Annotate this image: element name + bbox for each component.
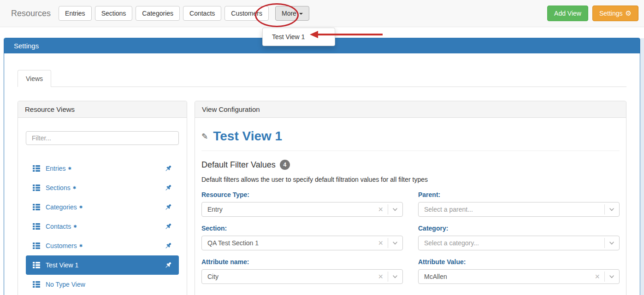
pin-icon[interactable] — [165, 165, 172, 172]
settings-button[interactable]: Settings⚙ — [592, 6, 638, 21]
list-item-contacts[interactable]: Contacts ✱ — [26, 217, 179, 236]
field-label: Resource Type: — [201, 191, 403, 198]
pin-icon[interactable] — [165, 203, 172, 211]
resource-views-panel: Resource Views Entries ✱ Sections — [18, 101, 187, 295]
pin-icon[interactable] — [165, 184, 172, 191]
divider — [604, 238, 605, 248]
section-select[interactable]: QA Test Section 1 × — [201, 236, 403, 250]
nav-button-categories[interactable]: Categories — [136, 6, 180, 21]
default-filters-form: Resource Type: Entry × Parent: S — [201, 191, 620, 284]
list-item-test-view-1[interactable]: Test View 1 — [26, 255, 179, 275]
list-item-label: Sections — [46, 184, 71, 191]
filter-input[interactable] — [26, 131, 179, 145]
list-item-label: Customers — [46, 242, 77, 249]
view-configuration-body: ✎ Test View 1 Default Filter Values 4 De… — [195, 118, 626, 295]
dropdown-item-test-view-1[interactable]: Test View 1 — [263, 30, 335, 43]
attribute-value-select[interactable]: McAllen × — [418, 269, 620, 284]
list-item-sections[interactable]: Sections ✱ — [26, 178, 179, 197]
select-value: QA Test Section 1 — [202, 239, 375, 247]
list-item-no-type-view[interactable]: No Type View — [26, 275, 179, 294]
chevron-down-icon[interactable] — [609, 240, 615, 246]
clear-icon[interactable]: × — [375, 205, 386, 214]
settings-panel-body: Views Resource Views Entries ✱ — [4, 53, 640, 295]
field-section: Section: QA Test Section 1 × — [201, 225, 403, 250]
select-placeholder: Select a parent... — [419, 206, 603, 213]
select-value: Entry — [202, 206, 375, 213]
divider — [604, 204, 605, 214]
caret-down-icon — [299, 13, 303, 15]
list-item-customers[interactable]: Customers ✱ — [26, 236, 179, 255]
scrollbar-track[interactable] — [641, 38, 644, 295]
content-row: Resource Views Entries ✱ Sections — [18, 101, 626, 295]
chevron-down-icon[interactable] — [392, 273, 398, 280]
top-navbar: Resources Entries Sections Categories Co… — [0, 0, 644, 27]
filter-count-badge: 4 — [280, 160, 290, 170]
field-resource-type: Resource Type: Entry × — [201, 191, 403, 217]
list-item-entries[interactable]: Entries ✱ — [26, 159, 179, 178]
pin-icon[interactable] — [165, 223, 172, 230]
tab-views[interactable]: Views — [18, 70, 51, 87]
clear-icon[interactable]: × — [375, 272, 386, 281]
category-select[interactable]: Select a category... — [418, 236, 620, 250]
nav-button-sections[interactable]: Sections — [95, 6, 133, 21]
asterisk-marker-icon: ✱ — [73, 185, 77, 190]
th-list-icon — [33, 185, 40, 191]
divider — [388, 272, 388, 282]
resource-views-panel-title: Resource Views — [18, 101, 187, 118]
view-name-heading: Test View 1 — [213, 129, 282, 144]
field-attribute-value: Attribute Value: McAllen × — [418, 258, 620, 284]
th-list-icon — [33, 281, 40, 288]
tab-bar: Views — [18, 70, 626, 87]
field-label: Category: — [418, 225, 620, 232]
more-dropdown-menu: Test View 1 — [262, 28, 335, 46]
list-item-label: Contacts — [46, 223, 71, 230]
chevron-down-icon[interactable] — [609, 273, 615, 280]
resource-type-select[interactable]: Entry × — [201, 202, 403, 217]
select-placeholder: Select a category... — [419, 239, 603, 247]
th-list-icon — [33, 243, 40, 249]
pin-icon[interactable] — [165, 242, 172, 249]
add-view-button[interactable]: Add View — [547, 6, 588, 21]
default-filters-header: Default Filter Values 4 — [201, 160, 620, 170]
view-configuration-panel: View Configuration ✎ Test View 1 Default… — [195, 101, 626, 295]
app-brand[interactable]: Resources — [11, 9, 51, 18]
chevron-down-icon[interactable] — [392, 240, 398, 246]
asterisk-marker-icon: ✱ — [79, 205, 83, 209]
default-filters-description: Default filters allows the user to speci… — [201, 176, 620, 183]
field-label: Attribute Value: — [418, 258, 620, 266]
list-item-label: Categories — [46, 203, 77, 211]
field-label: Parent: — [418, 191, 620, 198]
asterisk-marker-icon: ✱ — [79, 243, 83, 248]
field-category: Category: Select a category... — [418, 225, 620, 250]
list-item-label: No Type View — [46, 281, 85, 288]
settings-button-label: Settings — [599, 10, 623, 17]
parent-select[interactable]: Select a parent... — [418, 202, 620, 217]
nav-button-entries[interactable]: Entries — [59, 6, 92, 21]
nav-button-customers[interactable]: Customers — [225, 6, 269, 21]
list-item-label: Entries — [46, 165, 66, 172]
edit-pencil-icon[interactable]: ✎ — [201, 132, 208, 141]
select-value: City — [202, 273, 375, 280]
list-item-categories[interactable]: Categories ✱ — [26, 197, 179, 217]
chevron-down-icon[interactable] — [392, 206, 398, 213]
list-item-label: Test View 1 — [46, 261, 78, 269]
resource-views-list: Entries ✱ Sections ✱ Categorie — [26, 159, 179, 294]
resource-views-body: Entries ✱ Sections ✱ Categorie — [18, 118, 187, 295]
th-list-icon — [33, 204, 40, 210]
pin-icon[interactable] — [165, 261, 172, 269]
attribute-name-select[interactable]: City × — [201, 269, 403, 284]
nav-button-contacts[interactable]: Contacts — [183, 6, 221, 21]
th-list-icon — [33, 262, 40, 268]
clear-icon[interactable]: × — [375, 239, 386, 247]
clear-icon[interactable]: × — [592, 272, 603, 281]
divider — [388, 204, 388, 214]
more-dropdown-button[interactable]: More — [275, 6, 309, 21]
divider — [201, 150, 620, 151]
view-configuration-panel-title: View Configuration — [195, 101, 626, 118]
settings-panel: Settings Views Resource Views Entries ✱ — [4, 38, 640, 295]
chevron-down-icon[interactable] — [609, 206, 615, 213]
field-attribute-name: Attribute name: City × — [201, 258, 403, 284]
gear-icon: ⚙ — [626, 9, 632, 17]
asterisk-marker-icon: ✱ — [68, 166, 72, 171]
asterisk-marker-icon: ✱ — [73, 224, 77, 229]
